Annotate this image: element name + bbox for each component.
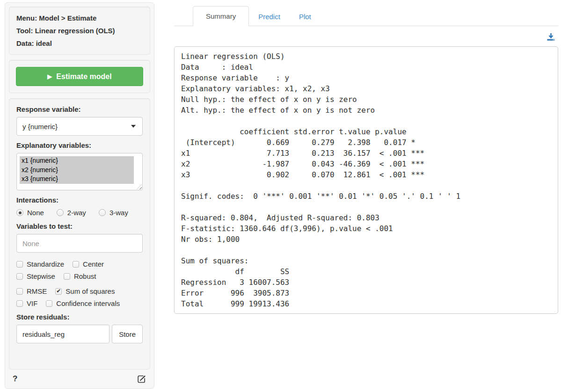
center-label: Center (83, 260, 104, 268)
standardize-option: ✔ Standardize (16, 260, 64, 268)
option-x3[interactable]: x3 {numeric} (20, 174, 134, 184)
standardize-checkbox[interactable]: ✔ (16, 261, 23, 268)
response-variable-label: Response variable: (16, 105, 143, 113)
store-residuals-label: Store residuals: (16, 313, 143, 321)
radio-none-label: None (27, 209, 44, 217)
stepwise-option: ✔ Stepwise (16, 272, 55, 280)
radio-icon (16, 209, 23, 216)
tab-predict[interactable]: Predict (249, 7, 290, 26)
option-x1[interactable]: x1 {numeric} (20, 156, 134, 166)
sidebar-footer: ? (9, 370, 150, 385)
center-checkbox[interactable]: ✔ (73, 261, 79, 268)
options-checkboxes: ✔ Standardize ✔ Center ✔ Stepwise ✔ (16, 260, 143, 307)
stepwise-label: Stepwise (27, 272, 55, 280)
summary-text: Linear regression (OLS) Data : ideal Res… (181, 51, 551, 309)
vif-option: ✔ VIF (16, 299, 37, 307)
tab-summary-label[interactable]: Summary (193, 6, 249, 26)
resize-handle[interactable] (137, 184, 142, 189)
rmse-option: ✔ RMSE (16, 287, 47, 295)
confidence-intervals-option: ✔ Confidence intervals (46, 299, 120, 307)
tab-plot-label[interactable]: Plot (290, 7, 321, 26)
radio-3way-label: 3-way (109, 209, 128, 217)
stepwise-checkbox[interactable]: ✔ (16, 273, 23, 280)
sidebar: Menu: Model > Estimate Tool: Linear regr… (5, 2, 154, 389)
main-panel: Summary Predict Plot Linear regression (… (174, 2, 558, 314)
vif-checkbox[interactable]: ✔ (16, 300, 23, 307)
center-option: ✔ Center (73, 260, 104, 268)
radio-none[interactable]: None (16, 209, 44, 217)
radio-2way-label: 2-way (67, 209, 86, 217)
checkbox-row: ✔ Stepwise ✔ Robust (16, 272, 143, 280)
radio-icon (57, 209, 64, 216)
sum-of-squares-label: Sum of squares (66, 287, 115, 295)
estimate-model-button[interactable]: ▶ Estimate model (16, 67, 143, 86)
estimate-model-label: Estimate model (56, 73, 111, 81)
radio-icon (99, 209, 106, 216)
store-button[interactable]: Store (112, 325, 143, 343)
explanatory-variables-select[interactable]: x1 {numeric} x2 {numeric} x3 {numeric} (16, 153, 143, 190)
help-icon[interactable]: ? (13, 374, 17, 384)
estimate-panel: ▶ Estimate model (9, 60, 150, 93)
interactions-label: Interactions: (16, 196, 143, 204)
dataset-name: Data: ideal (16, 39, 143, 47)
store-residuals-input[interactable] (16, 325, 109, 343)
rmse-label: RMSE (27, 287, 47, 295)
menu-breadcrumb: Menu: Model > Estimate (16, 14, 143, 22)
sum-of-squares-option: ✔ Sum of squares (55, 287, 115, 295)
sum-of-squares-checkbox[interactable]: ✔ (55, 288, 62, 295)
tab-predict-label[interactable]: Predict (249, 7, 290, 26)
radio-3way[interactable]: 3-way (99, 209, 128, 217)
response-variable-select[interactable]: y {numeric} (16, 117, 143, 136)
tab-summary[interactable]: Summary (193, 6, 249, 26)
report-toolbar (174, 26, 558, 42)
radiant-app: Menu: Model > Estimate Tool: Linear regr… (0, 0, 561, 392)
regression-summary-output: Linear regression (OLS) Data : ideal Res… (174, 46, 558, 314)
standardize-label: Standardize (27, 260, 64, 268)
checkbox-row: ✔ RMSE ✔ Sum of squares (16, 287, 143, 295)
rmse-checkbox[interactable]: ✔ (16, 288, 23, 295)
confidence-intervals-label: Confidence intervals (56, 299, 120, 307)
radio-2way[interactable]: 2-way (57, 209, 86, 217)
checkbox-row: ✔ Standardize ✔ Center (16, 260, 143, 268)
explanatory-variables-label: Explanatory variables: (16, 141, 143, 149)
model-form-panel: Response variable: y {numeric} Explanato… (9, 98, 150, 370)
option-x2[interactable]: x2 {numeric} (20, 166, 134, 175)
response-variable-value: y {numeric} (22, 123, 58, 131)
robust-option: ✔ Robust (64, 272, 96, 280)
tool-name: Tool: Linear regression (OLS) (16, 27, 143, 35)
model-info-panel: Menu: Model > Estimate Tool: Linear regr… (9, 7, 150, 55)
edit-icon[interactable] (137, 374, 146, 384)
robust-checkbox[interactable]: ✔ (64, 273, 70, 280)
chevron-down-icon (131, 125, 136, 128)
checkbox-row: ✔ VIF ✔ Confidence intervals (16, 299, 143, 307)
confidence-intervals-checkbox[interactable]: ✔ (46, 300, 52, 307)
robust-label: Robust (74, 272, 96, 280)
tab-bar: Summary Predict Plot (174, 2, 558, 26)
vif-label: VIF (27, 299, 37, 307)
interactions-radio-group: None 2-way 3-way (16, 209, 143, 217)
tab-plot[interactable]: Plot (290, 7, 321, 26)
variables-to-test-label: Variables to test: (16, 222, 143, 230)
download-icon[interactable] (546, 33, 555, 41)
variables-to-test-input[interactable] (16, 234, 143, 253)
play-icon: ▶ (47, 73, 52, 80)
store-residuals-row: Store (16, 325, 143, 343)
